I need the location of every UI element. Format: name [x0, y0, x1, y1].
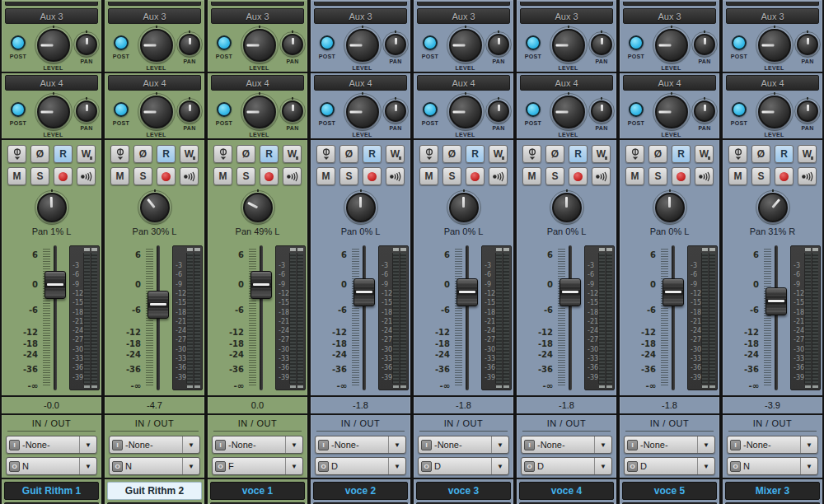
output-select-dropdown[interactable]: O F ▼ [212, 457, 303, 475]
output-select-dropdown[interactable]: O D ▼ [315, 457, 406, 475]
phase-invert-button[interactable]: Ø [545, 145, 564, 163]
record-monitor-button[interactable] [592, 167, 611, 185]
input-select-dropdown[interactable]: I -None- ▼ [624, 436, 715, 454]
record-monitor-button[interactable] [180, 167, 199, 185]
meter-clip-indicator[interactable] [290, 248, 296, 251]
dropdown-arrow-icon[interactable]: ▼ [594, 436, 611, 453]
input-select-button[interactable] [522, 145, 541, 163]
record-arm-button[interactable] [260, 167, 279, 185]
dropdown-arrow-icon[interactable]: ▼ [285, 458, 302, 474]
pan-knob[interactable] [37, 193, 67, 222]
input-select-button[interactable] [7, 145, 26, 163]
meter-clip-indicator[interactable] [91, 248, 97, 251]
send-pan-knob[interactable] [797, 100, 818, 122]
fader-handle[interactable] [250, 271, 272, 299]
solo-button[interactable]: S [30, 167, 49, 185]
dropdown-arrow-icon[interactable]: ▼ [594, 458, 611, 474]
send-pan-knob[interactable] [76, 100, 97, 122]
phase-invert-button[interactable]: Ø [133, 145, 152, 163]
aux-send-header[interactable]: Aux 4 [417, 75, 510, 91]
input-select-button[interactable] [419, 145, 438, 163]
mute-button[interactable]: M [522, 167, 541, 185]
send-level-knob[interactable] [449, 96, 482, 128]
mute-button[interactable]: M [316, 167, 335, 185]
meter-clip-indicator[interactable] [84, 248, 90, 251]
output-select-dropdown[interactable]: O N ▼ [6, 457, 97, 475]
record-arm-button[interactable] [54, 167, 73, 185]
input-select-button[interactable] [625, 145, 644, 163]
track-name[interactable]: Mixer 3 [725, 482, 820, 500]
phase-invert-button[interactable]: Ø [648, 145, 667, 163]
send-pan-knob[interactable] [694, 100, 715, 122]
dropdown-arrow-icon[interactable]: ▼ [79, 458, 96, 474]
aux-send-header[interactable]: Aux 4 [108, 75, 201, 91]
post-toggle-button[interactable] [320, 102, 335, 117]
automation-read-button[interactable]: R [775, 145, 794, 163]
aux-send-header[interactable]: Aux 4 [520, 75, 613, 91]
send-pan-knob[interactable] [76, 34, 97, 55]
record-arm-button[interactable] [157, 167, 176, 185]
automation-write-button[interactable]: W [798, 145, 817, 163]
fader-handle[interactable] [559, 278, 581, 306]
input-select-dropdown[interactable]: I -None- ▼ [521, 436, 612, 454]
pan-knob[interactable] [243, 193, 273, 222]
input-select-dropdown[interactable]: I -None- ▼ [212, 436, 303, 454]
solo-button[interactable]: S [442, 167, 461, 185]
mute-button[interactable]: M [625, 167, 644, 185]
meter-clip-indicator[interactable] [702, 248, 708, 251]
send-pan-knob[interactable] [591, 34, 612, 55]
send-level-knob[interactable] [243, 96, 276, 128]
record-arm-button[interactable] [569, 167, 588, 185]
send-level-knob[interactable] [552, 96, 585, 128]
level-meter[interactable]: -3 -6 -9 -12 -15 -18 -21 -24 -27 -30 -33… [790, 245, 821, 390]
meter-clip-indicator[interactable] [812, 248, 818, 251]
meter-clip-indicator[interactable] [297, 248, 303, 251]
automation-write-button[interactable]: W [695, 145, 714, 163]
input-select-dropdown[interactable]: I -None- ▼ [315, 436, 406, 454]
record-monitor-button[interactable] [489, 167, 508, 185]
aux-send-header[interactable]: Aux 3 [5, 8, 98, 24]
post-toggle-button[interactable] [732, 102, 747, 117]
send-level-knob[interactable] [140, 29, 173, 62]
track-name[interactable]: voce 4 [519, 482, 614, 500]
automation-write-button[interactable]: W [77, 145, 96, 163]
output-select-dropdown[interactable]: O N ▼ [727, 457, 818, 475]
automation-read-button[interactable]: R [363, 145, 382, 163]
solo-button[interactable]: S [339, 167, 358, 185]
input-select-dropdown[interactable]: I -None- ▼ [109, 436, 200, 454]
dropdown-arrow-icon[interactable]: ▼ [388, 436, 405, 453]
automation-read-button[interactable]: R [672, 145, 691, 163]
meter-clip-indicator[interactable] [709, 248, 715, 251]
automation-write-button[interactable]: W [283, 145, 302, 163]
aux-send-header[interactable]: Aux 4 [211, 75, 304, 91]
output-select-dropdown[interactable]: O D ▼ [521, 457, 612, 475]
send-pan-knob[interactable] [179, 34, 200, 55]
meter-clip-indicator[interactable] [503, 248, 509, 251]
dropdown-arrow-icon[interactable]: ▼ [800, 436, 817, 453]
fader-track[interactable] [260, 245, 263, 390]
level-meter[interactable]: -3 -6 -9 -12 -15 -18 -21 -24 -27 -30 -33… [378, 245, 409, 390]
meter-clip-indicator[interactable] [606, 248, 612, 251]
record-monitor-button[interactable] [77, 167, 96, 185]
solo-button[interactable]: S [751, 167, 770, 185]
record-arm-button[interactable] [466, 167, 485, 185]
fader-handle[interactable] [44, 271, 66, 299]
input-select-button[interactable] [728, 145, 747, 163]
record-monitor-button[interactable] [283, 167, 302, 185]
automation-read-button[interactable]: R [466, 145, 485, 163]
record-arm-button[interactable] [363, 167, 382, 185]
input-select-button[interactable] [316, 145, 335, 163]
aux-send-header[interactable]: Aux 3 [314, 8, 407, 24]
meter-clip-indicator[interactable] [187, 248, 193, 251]
aux-send-header[interactable]: Aux 3 [623, 8, 716, 24]
dropdown-arrow-icon[interactable]: ▼ [182, 458, 199, 474]
send-pan-knob[interactable] [797, 34, 818, 55]
send-level-knob[interactable] [758, 96, 791, 128]
aux-send-header[interactable]: Aux 3 [520, 8, 613, 24]
send-level-knob[interactable] [655, 29, 688, 62]
phase-invert-button[interactable]: Ø [30, 145, 49, 163]
send-pan-knob[interactable] [179, 100, 200, 122]
record-monitor-button[interactable] [386, 167, 405, 185]
automation-read-button[interactable]: R [260, 145, 279, 163]
meter-clip-indicator[interactable] [393, 248, 399, 251]
